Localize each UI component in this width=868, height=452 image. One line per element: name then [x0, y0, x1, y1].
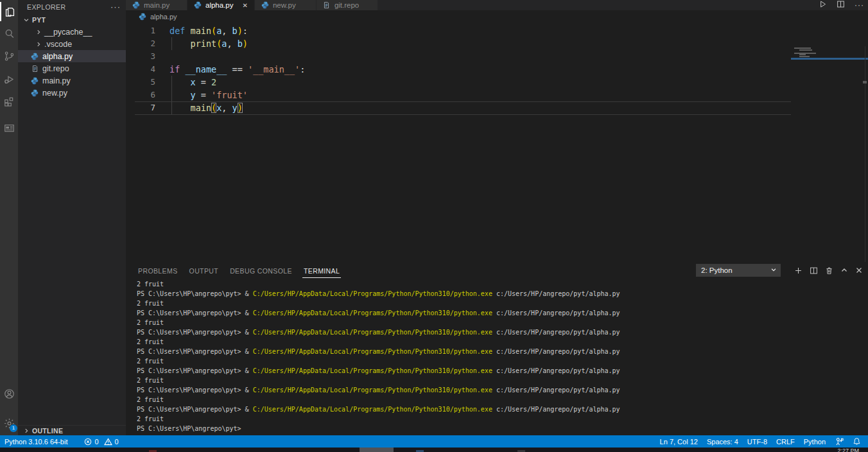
- tree-item-__pycache__[interactable]: __pycache__: [18, 26, 126, 38]
- code-line-1[interactable]: 1def main(a, b):: [126, 24, 868, 37]
- chevron-down-icon: [770, 266, 777, 274]
- terminal-output-line: 2 fruit: [137, 356, 862, 366]
- status-item-python[interactable]: Python: [799, 438, 830, 446]
- tree-item-git.repo[interactable]: git.repo: [18, 62, 126, 74]
- line-number: 3: [126, 50, 155, 63]
- split-terminal-icon[interactable]: [810, 266, 818, 275]
- editor-actions: ···: [819, 0, 864, 10]
- tab-new.py[interactable]: new.py: [255, 0, 317, 10]
- status-item-spaces-4[interactable]: Spaces: 4: [702, 438, 743, 446]
- explorer-icon[interactable]: [0, 2, 18, 21]
- code-editor[interactable]: 1def main(a, b):2 print(a, b)34if __name…: [126, 23, 868, 262]
- search-icon[interactable]: [0, 24, 18, 43]
- status-item-crlf[interactable]: CRLF: [772, 438, 799, 446]
- status-item-utf-8[interactable]: UTF-8: [743, 438, 772, 446]
- warning-icon: [104, 438, 112, 446]
- tab-main.py[interactable]: main.py: [126, 0, 187, 10]
- line-number: 7: [126, 101, 155, 114]
- code-line-4[interactable]: 4if __name__ == '__main__':: [126, 63, 868, 76]
- settings-gear-icon[interactable]: 1: [0, 413, 18, 433]
- feedback-icon[interactable]: [830, 437, 848, 446]
- breadcrumb-file: alpha.py: [150, 13, 177, 21]
- line-number: 1: [126, 24, 155, 37]
- chevron-right-icon: [35, 29, 43, 35]
- more-actions-icon[interactable]: ···: [855, 1, 864, 10]
- python-icon: [194, 1, 203, 9]
- panel-tabs: PROBLEMSOUTPUTDEBUG CONSOLETERMINAL: [137, 262, 341, 279]
- code-text: y = 'fruit': [169, 89, 248, 101]
- bottom-panel: PROBLEMSOUTPUTDEBUG CONSOLETERMINAL 2: P…: [126, 262, 868, 435]
- outline-section[interactable]: OUTLINE: [18, 425, 126, 436]
- new-terminal-icon[interactable]: [794, 266, 803, 275]
- code-text: main(x, y): [169, 101, 243, 114]
- panel-tab-problems[interactable]: PROBLEMS: [137, 264, 179, 277]
- explorer-more-icon[interactable]: ···: [110, 2, 121, 12]
- terminal-output-line: 2 fruit: [137, 318, 862, 327]
- tab-git.repo[interactable]: git.repo: [317, 0, 378, 10]
- file-icon: [30, 65, 39, 73]
- status-bar-right: Ln 7, Col 12Spaces: 4UTF-8CRLFPython: [655, 437, 865, 446]
- status-bar: Python 3.10.6 64-bit 0 0 Ln 7, Col 12Spa…: [0, 435, 868, 448]
- line-number: 5: [126, 76, 155, 89]
- code-line-6[interactable]: 6 y = 'fruit': [126, 89, 868, 101]
- file-tree: PYT __pycache__.vscodealpha.pygit.repoma…: [18, 13, 126, 99]
- maximize-panel-icon[interactable]: [840, 266, 848, 274]
- terminal-output[interactable]: 2 fruitPS C:\Users\HP\angrepo\pyt> & C:/…: [137, 279, 862, 435]
- python-icon: [132, 1, 141, 9]
- python-icon: [30, 89, 39, 97]
- notifications-bell-icon[interactable]: [848, 437, 865, 446]
- explorer-title: EXPLORER: [27, 3, 110, 11]
- breadcrumb[interactable]: alpha.py: [126, 10, 868, 23]
- tree-item-alpha.py[interactable]: alpha.py: [18, 50, 126, 62]
- python-icon: [261, 1, 270, 9]
- current-line-border-bottom: [135, 114, 791, 115]
- tree-item-new.py[interactable]: new.py: [18, 87, 126, 99]
- terminal-output-line: 2 fruit: [137, 337, 862, 347]
- kill-terminal-icon[interactable]: [825, 266, 833, 275]
- code-text: if __name__ == '__main__':: [169, 63, 305, 76]
- code-line-2[interactable]: 2 print(a, b): [126, 37, 868, 50]
- close-panel-icon[interactable]: [855, 266, 863, 274]
- custom-view-icon[interactable]: [0, 118, 18, 137]
- extensions-icon[interactable]: [0, 91, 18, 110]
- current-line-border-top: [135, 101, 791, 102]
- code-line-5[interactable]: 5 x = 2: [126, 76, 868, 89]
- python-interpreter-status[interactable]: Python 3.10.6 64-bit: [0, 438, 72, 446]
- line-number: 4: [126, 63, 155, 76]
- terminal-output-line: 2 fruit: [137, 279, 862, 289]
- warning-count: 0: [115, 438, 119, 446]
- code-line-7[interactable]: 7 main(x, y): [126, 101, 868, 114]
- terminal-output-line: 2 fruit: [137, 395, 862, 404]
- code-text: print(a, b): [169, 37, 248, 50]
- terminal-command-line: PS C:\Users\HP\angrepo\pyt>: [137, 424, 862, 433]
- status-item-ln-7-col-12[interactable]: Ln 7, Col 12: [655, 438, 702, 446]
- terminal-command-line: PS C:\Users\HP\angrepo\pyt> & C:/Users/H…: [137, 404, 862, 414]
- windows-taskbar-partial: 2:27 PM: [0, 448, 868, 452]
- problems-status[interactable]: 0 0: [80, 438, 123, 446]
- tree-section-pyt[interactable]: PYT: [18, 13, 126, 26]
- tree-item-.vscode[interactable]: .vscode: [18, 38, 126, 50]
- split-editor-icon[interactable]: [837, 0, 845, 10]
- code-text: def main(a, b):: [169, 24, 248, 37]
- tree-item-main.py[interactable]: main.py: [18, 74, 126, 87]
- source-control-icon[interactable]: [0, 46, 18, 65]
- terminal-output-line: 2 fruit: [137, 414, 862, 424]
- terminal-output-line: 2 fruit: [137, 299, 862, 308]
- panel-tab-terminal[interactable]: TERMINAL: [302, 264, 341, 278]
- terminal-select[interactable]: 2: Python: [696, 264, 781, 277]
- account-icon[interactable]: [0, 384, 18, 403]
- python-icon: [30, 53, 39, 60]
- terminal-command-line: PS C:\Users\HP\angrepo\pyt> & C:/Users/H…: [137, 385, 862, 395]
- run-python-file-icon[interactable]: [819, 0, 827, 10]
- tab-bar: main.pyalpha.py✕new.pygit.repo: [126, 0, 868, 10]
- taskbar-clock: 2:27 PM: [837, 448, 859, 452]
- explorer-header: EXPLORER ···: [18, 0, 126, 13]
- code-line-3[interactable]: 3: [126, 50, 868, 63]
- panel-tab-debug-console[interactable]: DEBUG CONSOLE: [229, 264, 293, 277]
- taskbar-active-app: [360, 448, 394, 452]
- panel-tab-output[interactable]: OUTPUT: [188, 264, 220, 277]
- run-debug-icon[interactable]: [0, 69, 18, 89]
- code-text: x = 2: [169, 76, 216, 89]
- tab-alpha.py[interactable]: alpha.py✕: [187, 0, 255, 10]
- close-tab-icon[interactable]: ✕: [242, 2, 247, 9]
